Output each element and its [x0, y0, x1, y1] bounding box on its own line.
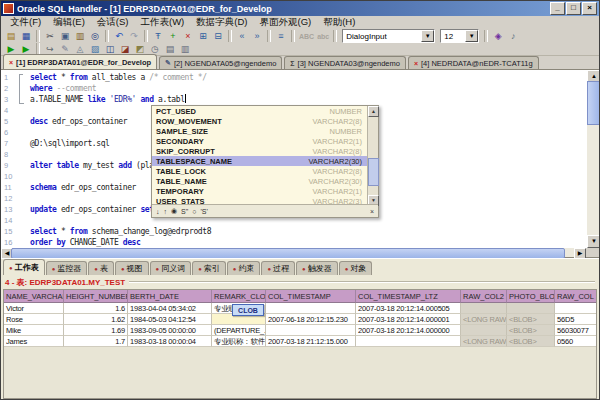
autocomplete-item[interactable]: SKIP_CORRUPTVARCHAR2(8): [152, 146, 378, 156]
object-tab-6[interactable]: ●索引: [192, 261, 226, 275]
column-header[interactable]: REMARK_CLOB: [212, 290, 266, 303]
column-header[interactable]: PHOTO_BLOB: [507, 290, 555, 303]
cut-icon[interactable]: ✂: [43, 30, 57, 43]
object-tab-5[interactable]: ●同义词: [150, 261, 192, 275]
menu-item[interactable]: 会话(S): [91, 16, 135, 29]
grid-cell[interactable]: 1.7: [64, 336, 128, 347]
format-icon[interactable]: Ŧ: [151, 30, 165, 43]
column-header[interactable]: NAME_VARCHAR2: [4, 290, 64, 303]
grid-cell[interactable]: 1984-05-03 04:12:54: [128, 314, 212, 325]
lowercase-icon[interactable]: abc: [316, 30, 330, 43]
grid-cell[interactable]: [507, 303, 555, 314]
autocomplete-item[interactable]: TABLESPACE_NAMEVARCHAR2(30): [152, 156, 378, 166]
radio-off-icon[interactable]: ○: [192, 208, 196, 215]
grid-cell[interactable]: 56D5: [555, 314, 597, 325]
scroll-down-icon[interactable]: ▼: [587, 235, 600, 248]
grid-cell[interactable]: 专业职称：软件...: [212, 336, 266, 347]
chevron-down-icon[interactable]: ▼: [465, 30, 478, 42]
grid-cell[interactable]: 2007-03-18 21:12:15.000: [266, 336, 356, 347]
object-tab-3[interactable]: ●表: [88, 261, 114, 275]
grid-cell[interactable]: [461, 325, 507, 336]
object-tab-7[interactable]: ●约束: [227, 261, 261, 275]
popup-scrollbar[interactable]: ▲ ▼: [367, 106, 378, 206]
insert-col-icon[interactable]: ⊞: [196, 30, 210, 43]
find-icon[interactable]: ◎: [88, 30, 102, 43]
paste-icon[interactable]: ▥: [73, 30, 87, 43]
autocomplete-item[interactable]: TEMPORARYVARCHAR2(1): [152, 186, 378, 196]
grid-cell[interactable]: [266, 303, 356, 314]
move-up-icon[interactable]: ↑: [164, 208, 168, 215]
clob-cell-button[interactable]: CLOB: [232, 304, 264, 316]
autocomplete-item[interactable]: SECONDARYVARCHAR2(1): [152, 136, 378, 146]
save-icon[interactable]: ▦: [19, 30, 33, 43]
grid-cell[interactable]: [356, 336, 461, 347]
keyword-help-icon[interactable]: ◈: [491, 30, 505, 43]
menu-item[interactable]: 文件(F): [4, 16, 47, 29]
menu-item[interactable]: 工作表(W): [134, 16, 190, 29]
object-tab-8[interactable]: ●过程: [261, 261, 295, 275]
menu-item[interactable]: 编辑(E): [47, 16, 91, 29]
font-size-select[interactable]: 12 ▼: [440, 29, 479, 43]
grid-cell[interactable]: Rose: [4, 314, 64, 325]
object-tab-4[interactable]: ●视图: [115, 261, 149, 275]
minimize-button[interactable]: _: [550, 2, 565, 15]
delete-row-icon[interactable]: ×: [181, 30, 195, 43]
grid-cell[interactable]: 2007-03-18 20:12:14.000505: [356, 303, 461, 314]
grid-cell[interactable]: Victor: [4, 303, 64, 314]
undo-icon[interactable]: ↶: [112, 30, 126, 43]
grid-cell[interactable]: [461, 303, 507, 314]
object-tab-2[interactable]: ●监控器: [46, 261, 88, 275]
autocomplete-item[interactable]: TABLE_NAMEVARCHAR2(30): [152, 176, 378, 186]
grid-cell[interactable]: Mike: [4, 325, 64, 336]
sound-icon[interactable]: ♪: [506, 30, 520, 43]
uppercase-icon[interactable]: ABC: [298, 30, 315, 43]
line-select-icon[interactable]: ≡: [274, 30, 288, 43]
radio-on-icon[interactable]: ◉: [171, 207, 177, 215]
grid-cell[interactable]: <BLOB>: [507, 336, 555, 347]
column-header[interactable]: RAW_COL2: [461, 290, 507, 303]
column-header[interactable]: HEIGHT_NUMBER▲: [64, 290, 128, 303]
outdent-icon[interactable]: «: [235, 30, 249, 43]
grid-cell[interactable]: (DEPARTURE_...: [212, 325, 266, 336]
grid-cell[interactable]: <BLOB>: [507, 314, 555, 325]
popup-scroll-thumb[interactable]: [368, 158, 379, 186]
grid-cell[interactable]: 2007-03-18 20:12:14.000000: [356, 325, 461, 336]
autocomplete-item[interactable]: ROW_MOVEMENTVARCHAR2(8): [152, 116, 378, 126]
add-row-icon[interactable]: +: [166, 30, 180, 43]
grid-cell[interactable]: 1.69: [64, 325, 128, 336]
maximize-button[interactable]: □: [566, 2, 581, 15]
move-down-icon[interactable]: ↓: [156, 208, 160, 215]
editor-vertical-scrollbar[interactable]: ▲ ▼: [587, 70, 599, 248]
delete-col-icon[interactable]: ⊟: [211, 30, 225, 43]
close-button[interactable]: ×: [582, 2, 597, 15]
grid-cell[interactable]: <LONG RAW>: [461, 336, 507, 347]
grid-cell[interactable]: 56030077: [555, 325, 597, 336]
grid-cell[interactable]: <BLOB>: [507, 325, 555, 336]
grid-cell[interactable]: 1983-09-05 00:00:00: [128, 325, 212, 336]
session-tab[interactable]: ✎[2] NGENDATA05@ngendemo: [159, 56, 282, 69]
chevron-down-icon[interactable]: ▼: [421, 30, 434, 42]
editor-horizontal-scrollbar[interactable]: ◀ ▶: [1, 248, 599, 258]
copy-icon[interactable]: ▣: [58, 30, 72, 43]
grid-cell[interactable]: [555, 303, 597, 314]
session-tab[interactable]: ×[4] NEDRDATA@nEDR-TCAT11g: [408, 56, 539, 69]
log-icon[interactable]: ▥: [178, 43, 192, 56]
menu-item[interactable]: 数据字典(D): [190, 16, 253, 29]
autocomplete-item[interactable]: TABLE_LOCKVARCHAR2(8): [152, 166, 378, 176]
autocomplete-item[interactable]: PCT_USEDNUMBER: [152, 106, 378, 116]
grid-cell[interactable]: 1.62: [64, 314, 128, 325]
column-header[interactable]: RAW_COL: [555, 290, 597, 303]
font-select[interactable]: DialogInput ▼: [342, 29, 435, 43]
grid-cell[interactable]: 1983-04-04 05:34:02: [128, 303, 212, 314]
object-tab-9[interactable]: ●触发器: [296, 261, 338, 275]
autocomplete-item[interactable]: SAMPLE_SIZENUMBER: [152, 126, 378, 136]
object-tab-1[interactable]: ●工作表: [3, 259, 45, 275]
object-tab-10[interactable]: ●对象: [339, 261, 373, 275]
grid-cell[interactable]: 0560: [555, 336, 597, 347]
column-header[interactable]: COL_TIMESTAMP_LTZ: [356, 290, 461, 303]
vertical-scroll-thumb[interactable]: [587, 81, 600, 125]
scroll-up-icon[interactable]: ▲: [368, 106, 379, 117]
grid-cell[interactable]: 1.6: [64, 303, 128, 314]
column-header[interactable]: BERTH_DATE: [128, 290, 212, 303]
session-tab[interactable]: Σ[3] NGENDATA03@ngendemo: [284, 56, 406, 69]
